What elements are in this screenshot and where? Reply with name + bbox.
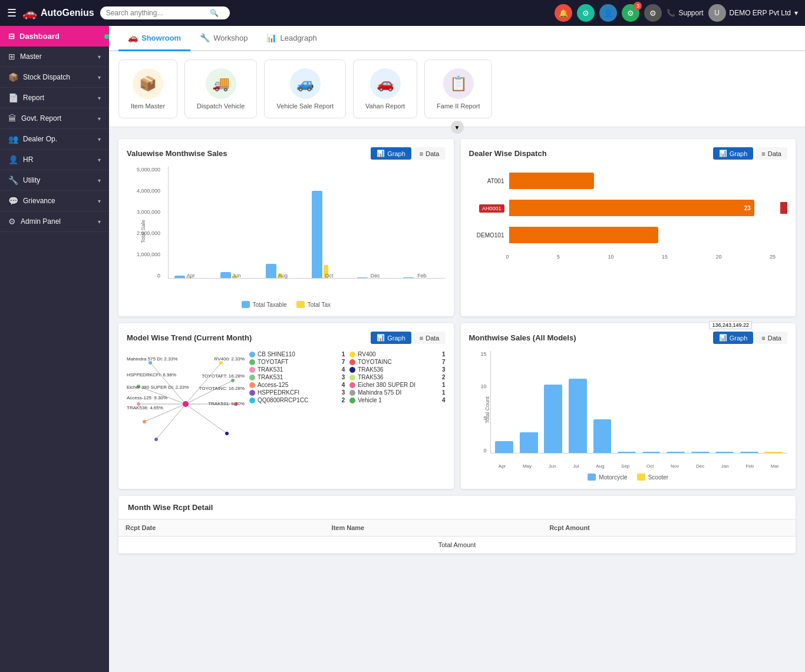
- sidebar-label-master: Master: [20, 52, 42, 61]
- legend-item-trak531a: TRAK531 4: [249, 366, 345, 373]
- sidebar-item-stock-dispatch[interactable]: 📦 Stock Dispatch ▾: [0, 67, 109, 88]
- fame-label: Fame II Report: [437, 102, 480, 110]
- hbar-value-ah0001: 23: [744, 205, 751, 211]
- dashboard-grid: Valuewise Monthwise Sales 📊 Graph ≡ Data: [109, 127, 805, 496]
- monthwise-graph-btn[interactable]: 📊 Graph: [713, 332, 754, 344]
- monthwise-chart-area: 15 10 5 0 Total Count: [469, 351, 788, 469]
- legend-item-toyotainc: TOYOTAINC 7: [349, 359, 445, 365]
- search-input[interactable]: [106, 9, 206, 17]
- bar-month-dec: [691, 452, 710, 453]
- hbar-x-20: 20: [715, 254, 721, 260]
- notifications-button[interactable]: ⚙ 3: [622, 4, 639, 22]
- sidebar-label-grievance: Grievance: [23, 197, 55, 205]
- tab-showroom-label: Showroom: [141, 34, 181, 42]
- x-label-apr: Apr: [187, 273, 195, 279]
- monthwise-data-icon: ≡: [761, 335, 765, 342]
- table-row: Total Amount: [118, 537, 796, 554]
- shortcut-fame-report[interactable]: 📋 Fame II Report: [424, 59, 492, 118]
- item-master-icon-wrap: 📦: [133, 68, 163, 99]
- settings-button[interactable]: ⚙: [577, 4, 595, 22]
- chevron-icon-2: ▾: [98, 74, 101, 81]
- hr-icon: 👤: [8, 155, 18, 164]
- bar-month-mar: [764, 452, 783, 453]
- shortcut-dispatch-vehicle[interactable]: 🚚 Dispatch Vehicle: [184, 59, 257, 118]
- chevron-down-icon: ▾: [794, 9, 798, 17]
- legend-item-trak536a: TRAK536 3: [349, 366, 445, 373]
- collapse-shortcuts-button[interactable]: ▼: [451, 121, 464, 134]
- avatar: U: [708, 4, 726, 22]
- hbar-bar-demo101: [509, 227, 658, 243]
- legend-item-access125: Access-125 4: [249, 382, 345, 388]
- shortcut-item-master[interactable]: 📦 Item Master: [118, 59, 177, 118]
- hbar-label-ah0001: AH0001: [469, 205, 504, 211]
- sidebar-item-dashboard[interactable]: ⊟ Dashboard: [0, 26, 109, 47]
- fame-icon: 📋: [450, 75, 467, 92]
- spider-labels-right: RV400: 2.33% TOYOTAFT: 16.28% TOYOTAINC:…: [199, 356, 245, 408]
- monthwise-data-btn[interactable]: ≡ Data: [755, 332, 787, 344]
- user-info[interactable]: U DEMO ERP Pvt Ltd ▾: [708, 4, 798, 22]
- item-master-label: Item Master: [131, 102, 165, 110]
- bar-month-sep: [618, 452, 636, 453]
- company-name: DEMO ERP Pvt Ltd: [730, 9, 791, 17]
- sidebar-label-dealer: Dealer Op.: [23, 135, 57, 143]
- notification-badge: 3: [634, 2, 642, 10]
- tab-leadgraph[interactable]: 📊 Leadgraph: [257, 26, 326, 51]
- sidebar-item-utility[interactable]: 🔧 Utility ▾: [0, 170, 109, 191]
- dashboard-icon: ⊟: [8, 32, 15, 41]
- vehicle-sale-icon-wrap: 🚙: [290, 68, 321, 99]
- dealer-graph-btn[interactable]: 📊 Graph: [713, 147, 754, 160]
- dispatch-label: Dispatch Vehicle: [197, 102, 245, 110]
- legend-item-eicher: Eicher 380 SUPER DI 1: [349, 382, 445, 388]
- sidebar-item-report[interactable]: 📄 Report ▾: [0, 88, 109, 108]
- valuewise-graph-btn[interactable]: 📊 Graph: [371, 147, 411, 160]
- hbar-x-25: 25: [770, 254, 776, 260]
- bar-oct-taxable: [312, 191, 322, 278]
- tab-showroom[interactable]: 🚗 Showroom: [118, 26, 190, 51]
- shortcut-vahan-report[interactable]: 🚗 Vahan Report: [353, 59, 417, 118]
- config-button[interactable]: ⚙: [644, 4, 662, 22]
- grievance-icon: 💬: [8, 196, 18, 206]
- shortcuts-row: 📦 Item Master 🚚 Dispatch Vehicle 🚙 Vehic…: [109, 51, 805, 127]
- sidebar: ⊟ Dashboard ⊞ Master ▾ 📦 Stock Dispatch …: [0, 26, 109, 672]
- sidebar-item-grievance[interactable]: 💬 Grievance ▾: [0, 191, 109, 211]
- hbar-highlight-badge: AH0001: [479, 204, 504, 213]
- hbar-x-5: 5: [557, 254, 560, 260]
- model-trend-title: Model Wise Trend (Current Month): [127, 333, 252, 342]
- sidebar-item-dealer-op[interactable]: 👥 Dealer Op. ▾: [0, 129, 109, 150]
- svg-point-18: [225, 432, 229, 435]
- tab-workshop[interactable]: 🔧 Workshop: [190, 26, 257, 51]
- valuewise-data-btn[interactable]: ≡ Data: [414, 147, 446, 160]
- sidebar-label-report: Report: [23, 94, 44, 102]
- model-graph-btn[interactable]: 📊 Graph: [371, 332, 411, 344]
- vehicle-sale-icon: 🚙: [296, 75, 314, 92]
- shortcut-vehicle-sale[interactable]: 🚙 Vehicle Sale Report: [264, 59, 346, 118]
- legend-item-trak536b: TRAK536 2: [349, 374, 445, 380]
- hamburger-icon[interactable]: ☰: [7, 6, 17, 19]
- support-button[interactable]: 📞 Support: [667, 9, 703, 17]
- sidebar-item-master[interactable]: ⊞ Master ▾: [0, 47, 109, 67]
- model-trend-chart-card: Model Wise Trend (Current Month) 📊 Graph…: [118, 323, 454, 489]
- spider-labels-left: Mahindra 575 DI: 2.33% HSPPEDRKCFI: 6.98…: [127, 356, 189, 411]
- search-icon: 🔍: [210, 9, 219, 17]
- app-logo: 🚗 AutoGenius: [22, 6, 94, 20]
- item-master-icon: 📦: [139, 75, 157, 92]
- chevron-icon-5: ▾: [98, 136, 101, 143]
- alert-button[interactable]: 🔔: [555, 4, 572, 22]
- legend-tax-label: Total Tax: [308, 302, 331, 308]
- dealer-data-btn[interactable]: ≡ Data: [755, 147, 787, 160]
- search-bar[interactable]: 🔍: [100, 6, 230, 19]
- amount-badge: 136,243,149.22: [709, 321, 752, 329]
- tabs-bar: 🚗 Showroom 🔧 Workshop 📊 Leadgraph: [109, 26, 805, 51]
- dealer-dispatch-title: Dealer Wise Dispatch: [469, 149, 547, 158]
- sidebar-label-admin: Admin Panel: [21, 217, 61, 226]
- rcpt-detail-card: Month Wise Rcpt Detail Rcpt Date Item Na…: [118, 496, 796, 554]
- rcpt-table: Rcpt Date Item Name Rcpt Amount Total Am…: [118, 519, 796, 554]
- monthwise-chart-icon: 📊: [719, 334, 727, 342]
- dealer-bar-icon: 📊: [719, 150, 727, 157]
- rcpt-detail-title: Month Wise Rcpt Detail: [118, 496, 796, 519]
- sidebar-item-govt-report[interactable]: 🏛 Govt. Report ▾: [0, 108, 109, 129]
- sidebar-item-hr[interactable]: 👤 HR ▾: [0, 150, 109, 170]
- sidebar-item-admin[interactable]: ⚙ Admin Panel ▾: [0, 211, 109, 232]
- user-button[interactable]: 👤: [599, 4, 617, 22]
- model-data-btn[interactable]: ≡ Data: [414, 332, 446, 344]
